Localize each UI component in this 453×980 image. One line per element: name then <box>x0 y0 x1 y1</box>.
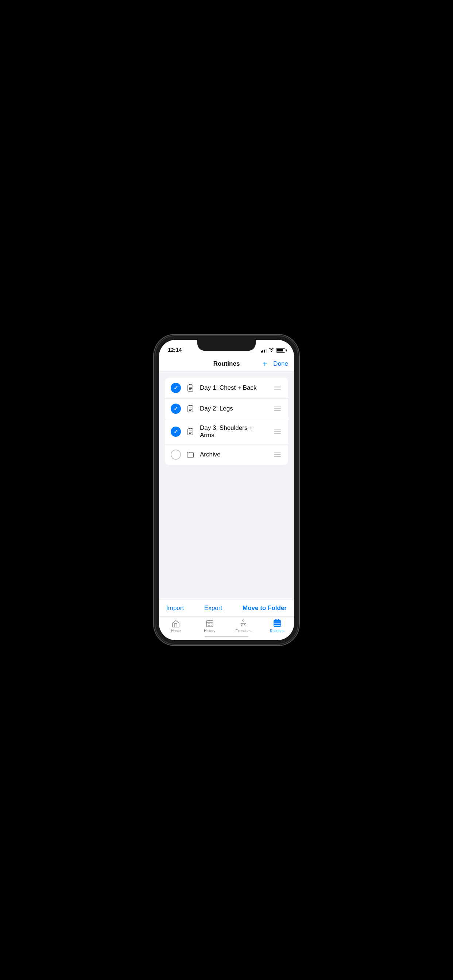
history-icon <box>205 619 214 628</box>
status-icons <box>261 347 286 354</box>
tab-history-label: History <box>204 629 215 633</box>
phone-frame: 12:14 <box>155 336 298 644</box>
nav-actions-right: + Done <box>262 360 288 368</box>
svg-rect-0 <box>188 385 193 391</box>
tab-routines[interactable]: Routines <box>260 619 294 633</box>
routines-list: ✓ Day 1: Chest + Back <box>165 378 288 465</box>
clipboard-icon <box>185 404 196 414</box>
home-icon <box>171 619 180 628</box>
nav-header: Routines + Done <box>159 356 294 372</box>
exercises-icon <box>239 619 248 628</box>
routines-icon <box>273 619 282 628</box>
svg-rect-8 <box>188 429 193 435</box>
wifi-icon <box>268 347 274 353</box>
status-time: 12:14 <box>168 347 182 354</box>
clipboard-icon <box>185 383 196 393</box>
move-to-folder-button[interactable]: Move to Folder <box>242 605 287 612</box>
tab-home[interactable]: Home <box>159 619 193 633</box>
tab-home-label: Home <box>171 629 181 633</box>
list-item[interactable]: ✓ Day 3: Shoulders + Arms <box>165 419 288 444</box>
routine-label-day3: Day 3: Shoulders + Arms <box>200 425 268 439</box>
battery-icon <box>276 348 285 353</box>
routine-label-archive: Archive <box>200 451 268 458</box>
export-button[interactable]: Export <box>204 605 222 612</box>
svg-rect-28 <box>278 619 279 621</box>
bottom-toolbar: Import Export Move to Folder <box>159 600 294 616</box>
import-button[interactable]: Import <box>166 605 184 612</box>
checkbox-day2[interactable]: ✓ <box>171 404 181 414</box>
drag-handle[interactable] <box>273 451 282 458</box>
nav-title: Routines <box>214 360 240 368</box>
tab-exercises-label: Exercises <box>236 629 251 633</box>
list-item[interactable]: ✓ Day 2: Legs <box>165 398 288 419</box>
signal-icon <box>261 348 267 353</box>
main-content: ✓ Day 1: Chest + Back <box>159 372 294 600</box>
notch <box>197 340 256 351</box>
routine-label-day1: Day 1: Chest + Back <box>200 384 268 391</box>
routine-label-day2: Day 2: Legs <box>200 405 268 412</box>
tab-routines-label: Routines <box>270 629 284 633</box>
list-item[interactable]: ✓ Day 1: Chest + Back <box>165 378 288 398</box>
checkbox-day1[interactable]: ✓ <box>171 383 181 393</box>
checkbox-day3[interactable]: ✓ <box>171 426 181 437</box>
tab-history[interactable]: History <box>193 619 227 633</box>
drag-handle[interactable] <box>273 405 282 412</box>
clipboard-icon <box>185 426 196 437</box>
svg-rect-27 <box>275 619 276 621</box>
list-item[interactable]: Archive <box>165 444 288 465</box>
svg-rect-4 <box>188 406 193 412</box>
add-button[interactable]: + <box>262 360 267 368</box>
folder-icon <box>185 450 196 460</box>
tab-exercises[interactable]: Exercises <box>226 619 260 633</box>
phone-screen: 12:14 <box>159 340 294 640</box>
drag-handle[interactable] <box>273 384 282 391</box>
svg-point-22 <box>242 620 244 621</box>
drag-handle[interactable] <box>273 428 282 435</box>
checkbox-archive[interactable] <box>171 450 181 460</box>
home-indicator <box>205 636 248 637</box>
done-button[interactable]: Done <box>273 360 288 368</box>
